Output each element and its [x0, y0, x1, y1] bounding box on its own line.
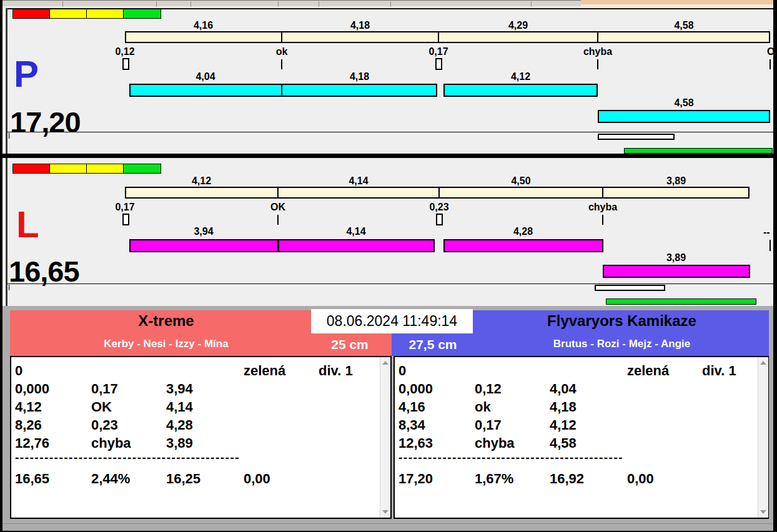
- lane-l-run-bar: [129, 239, 279, 252]
- lane-l-progress-box: [595, 285, 665, 291]
- team-left-members: Kerby - Nesi - Izzy - Mína: [10, 338, 322, 350]
- table-cell: 0,000: [398, 382, 433, 396]
- lane-p-tick-line: [281, 59, 282, 69]
- lane-p-split-label: 4,18: [282, 20, 438, 31]
- toolbar-divider: [531, 1, 532, 7]
- total-time: 17,20: [398, 471, 433, 486]
- start-light-yellow2: [86, 9, 124, 19]
- start-light-red: [12, 164, 50, 174]
- scroll-up-icon[interactable]: [382, 361, 388, 365]
- table-separator: ----------------------------------------…: [398, 451, 631, 463]
- toolbar-divider: [156, 1, 157, 7]
- lane-l-run-label: 4,28: [443, 226, 603, 237]
- lane-p-run-label: 4,58: [598, 97, 770, 108]
- team-left-result-table[interactable]: [10, 356, 392, 519]
- lane-p-run-label: 4,18: [282, 71, 437, 82]
- table-cell: chyba: [91, 436, 131, 450]
- lane-p-mark: chyba: [573, 46, 623, 57]
- lane-l-mark: OK: [253, 202, 303, 212]
- table-cell: 4,28: [166, 418, 193, 432]
- lane-l-mark: --: [763, 227, 777, 237]
- team-right-members: Brutus - Rozi - Mejz - Angie: [475, 338, 769, 350]
- scroll-down-icon[interactable]: [760, 510, 766, 514]
- team-left-name: X-treme: [10, 313, 322, 329]
- lane-l-run-bar: [603, 265, 750, 278]
- lane-l-mark: 0,23: [414, 202, 464, 212]
- scroll-up-icon[interactable]: [760, 361, 766, 365]
- total-percent: 1,67%: [475, 471, 513, 486]
- lane-p-split-label: 4,16: [125, 20, 282, 31]
- table-separator: ----------------------------------------…: [15, 451, 247, 463]
- lane-p-run-bar: [281, 84, 437, 97]
- toolbar-divider: [191, 1, 191, 7]
- lane-p-split-divider: [438, 31, 439, 43]
- lane-p-letter: P: [14, 56, 39, 93]
- heat-number: 0: [398, 363, 406, 378]
- table-cell: 4,58: [550, 436, 577, 450]
- lane-p-progress-box: [598, 134, 675, 140]
- lane-p-mark: OK: [750, 46, 777, 57]
- lane-l-baseline: [7, 283, 773, 284]
- lane-p-run-label: 4,12: [443, 71, 598, 82]
- lane-p-split-label: 4,29: [438, 20, 598, 31]
- total-net: 16,92: [550, 471, 584, 486]
- table-cell: 4,14: [166, 400, 193, 414]
- division-label: div. 1: [702, 363, 736, 378]
- table-cell: 0,17: [475, 418, 502, 432]
- lane-p-run-label: 4,04: [129, 71, 282, 82]
- lane-l-split-divider: [277, 187, 279, 199]
- lane-l-mark: 0,17: [100, 202, 150, 212]
- table-cell: ok: [475, 400, 491, 414]
- lane-l-split-label: 4,14: [278, 175, 439, 186]
- lane-p-split-label: 4,58: [598, 20, 770, 31]
- lane-p-tick-box: [435, 58, 442, 70]
- lane-l-split-label: 4,12: [125, 175, 278, 186]
- lane-l-tick-line: [602, 215, 603, 225]
- total-percent: 2,44%: [91, 471, 130, 486]
- table-cell: 0,23: [91, 418, 118, 432]
- table-cell: 0,000: [15, 382, 49, 396]
- lane-p-split-bar: [125, 31, 770, 43]
- lane-p-run-bar: [129, 84, 282, 97]
- table-cell: 4,04: [550, 382, 577, 396]
- table-cell: 12,63: [398, 436, 433, 450]
- lane-l-split-bar: [125, 187, 750, 199]
- right-table-scrollbar[interactable]: [758, 357, 768, 518]
- datetime-display: 08.06.2024 11:49:14: [311, 309, 473, 333]
- lane-p-run-bar: [443, 84, 598, 97]
- lights-status: zelená: [244, 363, 285, 378]
- lane-p-baseline: [7, 132, 773, 132]
- team-right-name: Flyvaryors Kamikaze: [475, 313, 769, 329]
- lane-p-mark: 0,12: [100, 46, 150, 57]
- lane-divider: [2, 154, 773, 158]
- toolbar-divider: [62, 1, 63, 7]
- lane-l-split-divider: [602, 187, 603, 199]
- lane-p-baseline-tick: [9, 133, 9, 139]
- left-table-scrollbar[interactable]: [380, 357, 390, 518]
- bottom-strip-line: [2, 523, 773, 524]
- division-label: div. 1: [319, 363, 353, 378]
- toolbar-strip-tan: [581, 0, 773, 8]
- lane-l-split-label: 3,89: [603, 175, 750, 186]
- window-right-border: [773, 0, 777, 532]
- lane-p-run-bar: [598, 110, 770, 123]
- table-cell: 3,89: [166, 436, 193, 450]
- lane-l-tick-line: [770, 240, 771, 251]
- team-right-result-table[interactable]: [393, 356, 769, 519]
- table-cell: 4,16: [398, 400, 425, 414]
- scroll-down-icon[interactable]: [382, 510, 388, 514]
- lane-p-mark: ok: [257, 46, 307, 57]
- table-cell: 4,18: [550, 400, 577, 414]
- lane-l-total-time: 16,65: [9, 257, 79, 286]
- lane-l-tick-box: [436, 214, 443, 225]
- start-light-yellow2: [86, 164, 124, 174]
- timing-board-window: 4,16 4,18 4,29 4,58 0,12 ok 0,17 chyba O…: [0, 0, 777, 532]
- lane-p-split-divider: [281, 31, 282, 43]
- lane-l-tick-line: [277, 215, 279, 225]
- lane-l-baseline-tick: [9, 285, 9, 290]
- table-cell: 8,34: [398, 418, 425, 432]
- lane-p-tick-line: [597, 59, 598, 69]
- lane-l-run-bar: [278, 239, 435, 252]
- table-cell: 4,12: [15, 400, 42, 414]
- table-cell: OK: [91, 400, 112, 414]
